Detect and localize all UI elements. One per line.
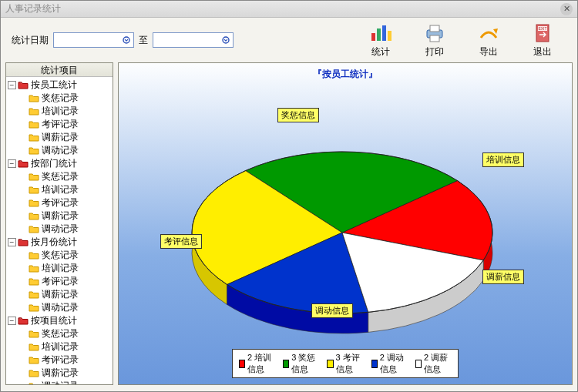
tree-item[interactable]: 奖惩记录 xyxy=(8,170,111,183)
tree-group[interactable]: −按员工统计 xyxy=(8,79,111,92)
chart-panel: 『按员工统计』 培训信息奖惩信息考评信息调动信息调薪信息 2 培训信息3 奖惩信… xyxy=(118,62,573,385)
svg-rect-5 xyxy=(388,31,391,41)
folder-yellow-icon xyxy=(29,356,39,364)
legend-swatch xyxy=(415,360,422,368)
tree-item-label: 培训记录 xyxy=(42,340,79,353)
svg-point-1 xyxy=(223,37,229,43)
folder-yellow-icon xyxy=(29,330,39,338)
folder-yellow-icon xyxy=(29,264,39,273)
body: 统计项目 −按员工统计奖惩记录培训记录考评记录调薪记录调动记录−按部门统计奖惩记… xyxy=(1,62,577,390)
date-from-input[interactable] xyxy=(53,32,134,48)
legend-item: 3 考评信息 xyxy=(327,352,363,375)
tree-item[interactable]: 调薪记录 xyxy=(8,209,111,223)
tree-item[interactable]: 培训记录 xyxy=(8,183,111,196)
tree-item-label: 调薪记录 xyxy=(42,209,79,223)
collapse-icon[interactable]: − xyxy=(8,317,16,325)
tree-item[interactable]: 奖惩记录 xyxy=(8,249,111,262)
folder-yellow-icon xyxy=(29,94,39,102)
tree-item-label: 调薪记录 xyxy=(42,131,79,144)
collapse-icon[interactable]: − xyxy=(8,159,16,168)
tree-group-label: 按月份统计 xyxy=(31,236,77,249)
tree-item-label: 奖惩记录 xyxy=(42,249,79,262)
collapse-icon[interactable]: − xyxy=(8,81,16,89)
tree-item[interactable]: 奖惩记录 xyxy=(8,92,111,105)
tree-item[interactable]: 调动记录 xyxy=(8,380,111,384)
folder-yellow-icon xyxy=(29,343,39,351)
folder-yellow-icon xyxy=(29,369,39,377)
tree-item[interactable]: 培训记录 xyxy=(8,105,111,118)
tree-item-label: 考评记录 xyxy=(42,118,79,131)
folder-yellow-icon xyxy=(29,212,39,220)
chart-icon xyxy=(368,22,393,44)
tree-group-label: 按部门统计 xyxy=(31,157,77,170)
svg-rect-4 xyxy=(382,25,386,41)
folder-yellow-icon xyxy=(29,382,39,384)
tree-item[interactable]: 考评记录 xyxy=(8,118,111,131)
title-bar: 人事记录统计 ✕ xyxy=(1,1,577,18)
slice-label: 调动信息 xyxy=(311,303,353,318)
legend-swatch xyxy=(371,360,378,368)
svg-rect-7 xyxy=(430,25,439,32)
exit-icon: EXIT xyxy=(530,22,555,44)
tree-item-label: 调动记录 xyxy=(42,301,79,314)
folder-yellow-icon xyxy=(29,146,39,155)
chevron-down-icon[interactable] xyxy=(121,35,132,45)
folder-yellow-icon xyxy=(29,303,39,312)
tree-header: 统计项目 xyxy=(6,63,113,77)
toolbar: 统计日期 至 统计 打印 xyxy=(1,18,577,62)
legend-swatch xyxy=(239,360,245,368)
legend-item: 2 调薪信息 xyxy=(415,352,452,375)
exit-button-label: 退出 xyxy=(519,45,566,59)
date-range-group: 统计日期 至 xyxy=(12,32,234,48)
tree[interactable]: −按员工统计奖惩记录培训记录考评记录调薪记录调动记录−按部门统计奖惩记录培训记录… xyxy=(6,77,113,384)
legend-swatch xyxy=(327,360,333,368)
tree-item-label: 奖惩记录 xyxy=(42,170,79,183)
date-to-input[interactable] xyxy=(153,32,234,48)
tree-group[interactable]: −按项目统计 xyxy=(8,314,111,327)
tree-item-label: 培训记录 xyxy=(42,262,79,275)
tree-item[interactable]: 调薪记录 xyxy=(8,131,111,144)
tree-item[interactable]: 调动记录 xyxy=(8,223,111,236)
printer-icon xyxy=(422,22,447,44)
folder-yellow-icon xyxy=(29,133,39,142)
tree-item-label: 调薪记录 xyxy=(42,288,79,301)
tree-group-label: 按项目统计 xyxy=(31,314,77,327)
chart-title: 『按员工统计』 xyxy=(119,68,572,81)
legend-item: 2 培训信息 xyxy=(239,352,275,375)
folder-yellow-icon xyxy=(29,277,39,286)
slice-label: 考评信息 xyxy=(160,234,202,249)
print-button-label: 打印 xyxy=(411,45,459,59)
folder-red-icon xyxy=(18,317,29,325)
date-label: 统计日期 xyxy=(12,34,49,47)
tree-group-label: 按员工统计 xyxy=(31,79,77,92)
legend-item: 2 调动信息 xyxy=(371,352,408,375)
collapse-icon[interactable]: − xyxy=(8,238,16,246)
print-button[interactable]: 打印 xyxy=(411,22,459,59)
tree-item[interactable]: 培训记录 xyxy=(8,340,111,353)
svg-rect-2 xyxy=(371,33,375,41)
tree-item[interactable]: 考评记录 xyxy=(8,353,111,367)
tree-item[interactable]: 培训记录 xyxy=(8,262,111,275)
tree-item[interactable]: 调薪记录 xyxy=(8,288,111,301)
legend-item: 3 奖惩信息 xyxy=(283,352,319,375)
close-icon[interactable]: ✕ xyxy=(560,3,573,15)
window-title: 人事记录统计 xyxy=(5,2,61,15)
folder-yellow-icon xyxy=(29,120,39,129)
exit-button[interactable]: EXIT 退出 xyxy=(519,22,566,59)
export-button[interactable]: 导出 xyxy=(465,22,512,59)
legend-swatch xyxy=(283,360,289,368)
tree-group[interactable]: −按部门统计 xyxy=(8,157,111,170)
tree-item[interactable]: 调薪记录 xyxy=(8,367,111,380)
tree-item[interactable]: 奖惩记录 xyxy=(8,327,111,340)
tree-item-label: 奖惩记录 xyxy=(42,327,79,340)
slice-label: 调薪信息 xyxy=(482,270,524,284)
tree-group[interactable]: −按月份统计 xyxy=(8,236,111,249)
tree-item-label: 考评记录 xyxy=(42,353,79,367)
tree-item[interactable]: 调动记录 xyxy=(8,144,111,157)
chevron-down-icon[interactable] xyxy=(220,35,231,45)
tree-item[interactable]: 调动记录 xyxy=(8,301,111,314)
tree-item[interactable]: 考评记录 xyxy=(8,275,111,288)
tree-item[interactable]: 考评记录 xyxy=(8,196,111,209)
stat-button[interactable]: 统计 xyxy=(357,22,405,59)
app-window: 人事记录统计 ✕ 统计日期 至 统计 xyxy=(0,0,578,392)
